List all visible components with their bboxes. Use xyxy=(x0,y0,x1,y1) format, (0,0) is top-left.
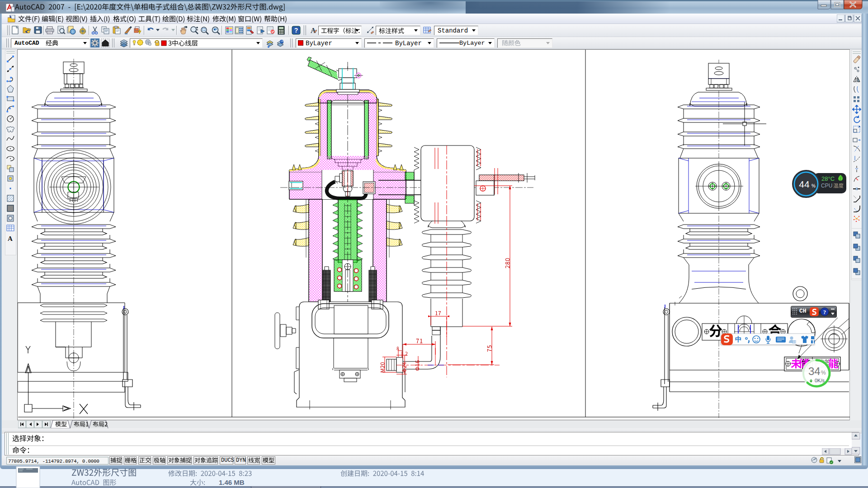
svg-text:16: 16 xyxy=(793,340,796,343)
svg-text:A: A xyxy=(311,27,316,34)
svg-text:0K/s: 0K/s xyxy=(815,378,825,383)
svg-text:%: % xyxy=(811,183,816,188)
svg-text:%: % xyxy=(821,370,826,376)
svg-text:44: 44 xyxy=(799,179,810,189)
svg-text:?: ? xyxy=(823,309,826,315)
svg-text:中: 中 xyxy=(735,335,742,343)
svg-text:A: A xyxy=(8,235,13,242)
svg-text:34: 34 xyxy=(808,365,821,377)
svg-text:?: ? xyxy=(294,27,298,34)
